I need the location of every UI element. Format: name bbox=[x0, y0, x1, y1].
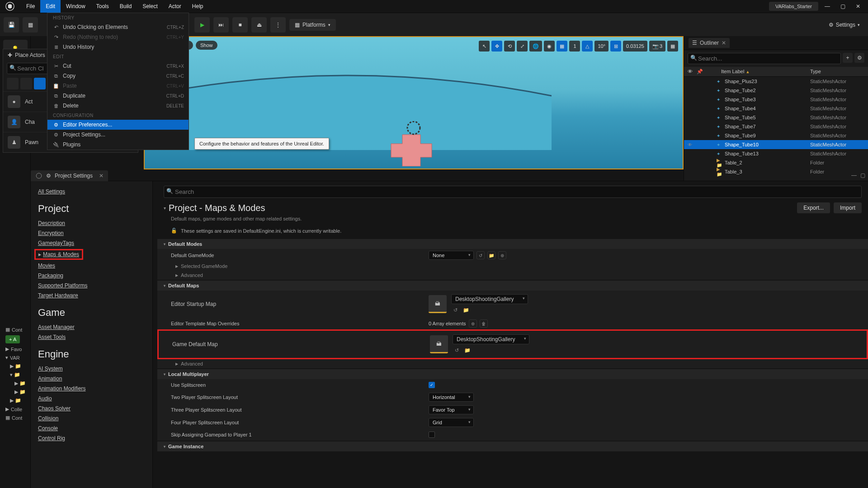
maximize-button[interactable]: ▢ bbox=[836, 2, 849, 11]
add-button[interactable]: + A bbox=[5, 335, 20, 343]
menu-plugins[interactable]: 🔌 Plugins bbox=[47, 140, 189, 150]
play-options-button[interactable]: ⋮ bbox=[270, 17, 286, 33]
use-splitscreen-checkbox[interactable]: ✓ bbox=[429, 382, 435, 388]
sidebar-link-collision[interactable]: Collision bbox=[38, 413, 145, 423]
sidebar-link-description[interactable]: Description bbox=[38, 218, 145, 228]
advanced-expand[interactable]: ▶Advanced bbox=[157, 271, 868, 280]
place-cat-recent[interactable] bbox=[7, 78, 19, 89]
editor-startup-map-dropdown[interactable]: DesktopShootingGallery bbox=[451, 294, 528, 304]
menu-undo-history[interactable]: ≣ Undo History bbox=[47, 42, 189, 52]
section-game-instance[interactable]: ▾Game Instance bbox=[157, 441, 868, 451]
project-settings-tab[interactable]: ⚙ Project Settings ✕ bbox=[31, 170, 108, 181]
vp-move-button[interactable]: ✥ bbox=[491, 41, 502, 52]
save-button[interactable]: 💾 bbox=[4, 17, 19, 33]
menu-project-settings[interactable]: ⚙ Project Settings... bbox=[47, 130, 189, 140]
modes-button[interactable]: ▦ bbox=[23, 17, 38, 33]
vp-grid-size[interactable]: 1 bbox=[569, 41, 580, 52]
menu-delete[interactable]: 🗑 Delete DELETE bbox=[47, 101, 189, 111]
vp-rotate-button[interactable]: ⟲ bbox=[504, 41, 515, 52]
pin-icon[interactable]: 📌 bbox=[697, 69, 704, 75]
folder-item[interactable]: ▶ 📁 bbox=[3, 362, 30, 371]
viewport-show[interactable]: Show bbox=[196, 41, 217, 50]
content-drawer-button[interactable]: ▦ Cont bbox=[3, 325, 30, 334]
outliner-row[interactable]: ✦Shape_Tube4StaticMeshActor bbox=[684, 104, 868, 113]
place-cat-basic[interactable] bbox=[20, 78, 32, 89]
skip-gamepad-checkbox[interactable] bbox=[429, 432, 435, 438]
vp-surface-button[interactable]: ◉ bbox=[544, 41, 555, 52]
import-button[interactable]: Import bbox=[834, 202, 862, 213]
sidebar-link-supported-platforms[interactable]: Supported Platforms bbox=[38, 281, 145, 291]
menu-file[interactable]: File bbox=[21, 0, 40, 13]
sidebar-link-anim-mod[interactable]: Animation Modifiers bbox=[38, 384, 145, 394]
outliner-search-input[interactable] bbox=[688, 53, 841, 64]
place-cat-lights[interactable] bbox=[34, 78, 46, 89]
outliner-add-button[interactable]: + bbox=[843, 53, 853, 63]
outliner-row[interactable]: ✦Shape_Plus23StaticMeshActor bbox=[684, 77, 868, 86]
vp-scale-snap-button[interactable]: ⊞ bbox=[610, 41, 621, 52]
menu-window[interactable]: Window bbox=[61, 0, 91, 13]
vp-grid-button[interactable]: ▦ bbox=[557, 41, 567, 52]
selected-gamemode-expand[interactable]: ▶Selected GameMode bbox=[157, 262, 868, 271]
sidebar-link-console[interactable]: Console bbox=[38, 423, 145, 433]
three-player-dropdown[interactable]: Favor Top bbox=[429, 405, 474, 414]
default-gamemode-dropdown[interactable]: None bbox=[429, 251, 474, 260]
vp-maximize-button[interactable]: ▦ bbox=[667, 41, 678, 52]
browse-icon[interactable]: 📁 bbox=[487, 251, 495, 259]
menu-tools[interactable]: Tools bbox=[91, 0, 114, 13]
two-player-dropdown[interactable]: Horizontal bbox=[429, 393, 474, 402]
all-settings-link[interactable]: All Settings bbox=[38, 187, 145, 197]
map-thumbnail-icon[interactable]: 🏔 bbox=[429, 295, 447, 313]
sidebar-link-encryption[interactable]: Encryption bbox=[38, 228, 145, 238]
browse-icon[interactable]: 📁 bbox=[462, 306, 470, 314]
menu-copy[interactable]: ⧉ Copy CTRL+C bbox=[47, 71, 189, 81]
project-settings-sidebar[interactable]: All Settings Project Description Encrypt… bbox=[31, 181, 153, 488]
favorites-section[interactable]: ▶ Favo bbox=[3, 345, 30, 353]
sidebar-link-audio[interactable]: Audio bbox=[38, 394, 145, 404]
project-settings-content[interactable]: 🔍 ▾Project - Maps & Modes Export... Impo… bbox=[153, 181, 868, 488]
sidebar-link-chaos[interactable]: Chaos Solver bbox=[38, 404, 145, 413]
platforms-button[interactable]: ▦ Platforms ▾ bbox=[289, 19, 336, 31]
close-icon[interactable]: ✕ bbox=[99, 173, 104, 179]
project-root[interactable]: ▾ VAR bbox=[3, 353, 30, 362]
vp-select-button[interactable]: ↖ bbox=[479, 41, 490, 52]
reset-icon[interactable]: ↺ bbox=[453, 346, 461, 354]
outliner-col-label[interactable]: Item Label ▲ bbox=[704, 69, 810, 75]
reset-icon[interactable]: ↺ bbox=[451, 306, 459, 314]
advanced-expand-maps[interactable]: ▶Advanced bbox=[157, 359, 868, 368]
array-add-icon[interactable]: ⊕ bbox=[469, 319, 477, 328]
menu-cut[interactable]: ✂ Cut CTRL+X bbox=[47, 61, 189, 71]
sidebar-link-movies[interactable]: Movies bbox=[38, 261, 145, 271]
sidebar-link-ai[interactable]: AI System bbox=[38, 364, 145, 374]
sidebar-link-control-rig[interactable]: Control Rig bbox=[38, 433, 145, 443]
add-icon[interactable]: ⊕ bbox=[498, 251, 506, 259]
menu-actor[interactable]: Actor bbox=[163, 0, 187, 13]
vp-globe-button[interactable]: 🌐 bbox=[529, 41, 542, 52]
sidebar-link-target-hardware[interactable]: Target Hardware bbox=[38, 291, 145, 300]
outliner-close-icon[interactable]: ✕ bbox=[722, 40, 726, 46]
play-button[interactable]: ▶ bbox=[194, 17, 210, 33]
vp-scale-button[interactable]: ⤢ bbox=[517, 41, 528, 52]
menu-duplicate[interactable]: ⧉ Duplicate CTRL+D bbox=[47, 91, 189, 101]
menu-editor-preferences[interactable]: ⚙ Editor Preferences... bbox=[47, 120, 189, 130]
section-default-maps[interactable]: ▾Default Maps bbox=[157, 281, 868, 291]
outliner-row[interactable]: ✦Shape_Tube7StaticMeshActor bbox=[684, 122, 868, 131]
vp-camera-button[interactable]: 📷3 bbox=[649, 41, 665, 52]
folder-item[interactable]: ▾ 📁 bbox=[3, 371, 30, 379]
map-thumbnail-icon[interactable]: 🏔 bbox=[430, 335, 448, 353]
outliner-row[interactable]: 👁✦Shape_Tube10StaticMeshActor bbox=[684, 140, 868, 149]
outliner-tab[interactable]: ☰ Outliner ✕ bbox=[689, 38, 730, 48]
section-default-modes[interactable]: ▾Default Modes bbox=[157, 239, 868, 249]
outliner-row[interactable]: ✦Shape_Tube5StaticMeshActor bbox=[684, 113, 868, 122]
sidebar-link-asset-tools[interactable]: Asset Tools bbox=[38, 332, 145, 342]
game-default-map-dropdown[interactable]: DesktopShootingGallery bbox=[453, 334, 529, 344]
eye-icon[interactable]: 👁 bbox=[688, 142, 695, 147]
export-button[interactable]: Export... bbox=[797, 202, 830, 213]
outliner-row[interactable]: ✦Shape_Tube3StaticMeshActor bbox=[684, 95, 868, 104]
sidebar-link-maps-modes[interactable]: ▶Maps & Modes bbox=[34, 249, 83, 260]
vp-angle-value[interactable]: 10° bbox=[594, 41, 609, 52]
outliner-col-type[interactable]: Type bbox=[810, 69, 864, 75]
settings-search-input[interactable] bbox=[164, 186, 862, 198]
close-button[interactable]: ✕ bbox=[852, 2, 864, 11]
eject-button[interactable]: ⏏ bbox=[251, 17, 267, 33]
panel-minimize-button[interactable]: — bbox=[851, 172, 857, 178]
